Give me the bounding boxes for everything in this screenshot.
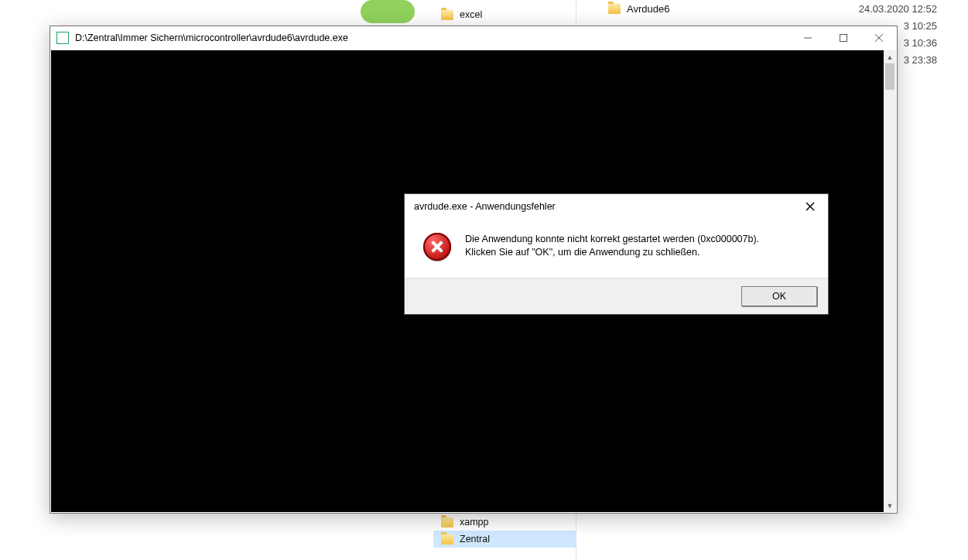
list-item[interactable]: Zentral: [433, 531, 576, 548]
ok-button[interactable]: OK: [741, 286, 817, 306]
titlebar[interactable]: D:\Zentral\Immer Sichern\microcontroller…: [50, 26, 897, 50]
dialog-body: Die Anwendung konnte nicht korrekt gesta…: [405, 219, 828, 278]
error-dialog: avrdude.exe - Anwendungsfehler Die Anwen…: [404, 193, 829, 315]
folder-icon: [441, 517, 453, 528]
dialog-close-button[interactable]: [799, 195, 822, 218]
file-date-partial: 3 23:38: [904, 54, 968, 66]
list-item-label: Zentral: [460, 534, 490, 545]
list-item-label: xampp: [460, 517, 489, 528]
dialog-message-line1: Die Anwendung konnte nicht korrekt gesta…: [465, 233, 759, 246]
list-item[interactable]: xampp: [433, 514, 576, 531]
maximize-button[interactable]: [826, 26, 861, 50]
file-date: 24.03.2020 12:52: [859, 3, 968, 15]
dialog-message-line2: Klicken Sie auf "OK", um die Anwendung z…: [465, 246, 759, 259]
dialog-title: avrdude.exe - Anwendungsfehler: [414, 201, 799, 212]
folder-icon: [608, 4, 621, 14]
close-button[interactable]: [861, 26, 897, 50]
explorer-middle-bottom: xampp Zentral: [433, 514, 576, 548]
window-controls: [790, 26, 897, 50]
background-decoration: [361, 0, 415, 23]
dialog-footer: OK: [405, 278, 828, 314]
scroll-up-icon[interactable]: ▲: [884, 50, 896, 63]
error-icon: [423, 233, 451, 261]
list-item-label: excel: [460, 9, 482, 20]
folder-icon: [441, 534, 453, 545]
svg-rect-1: [840, 35, 847, 42]
file-date-partial: 3 10:36: [904, 37, 968, 49]
file-date-partial: 3 10:25: [904, 20, 968, 32]
table-row[interactable]: Avrdude6 24.03.2020 12:52: [585, 0, 968, 17]
window-title: D:\Zentral\Immer Sichern\microcontroller…: [75, 32, 790, 43]
scroll-down-icon[interactable]: ▼: [884, 499, 896, 512]
dialog-titlebar[interactable]: avrdude.exe - Anwendungsfehler: [405, 194, 828, 219]
app-icon: [56, 32, 69, 44]
file-name: Avrdude6: [627, 3, 669, 15]
minimize-button[interactable]: [790, 26, 826, 50]
scroll-thumb[interactable]: [885, 63, 894, 90]
ok-button-label: OK: [772, 291, 786, 302]
scrollbar[interactable]: ▲ ▼: [884, 50, 896, 512]
dialog-message: Die Anwendung konnte nicht korrekt gesta…: [465, 233, 759, 261]
folder-icon: [441, 10, 453, 20]
list-item[interactable]: excel: [433, 6, 576, 23]
